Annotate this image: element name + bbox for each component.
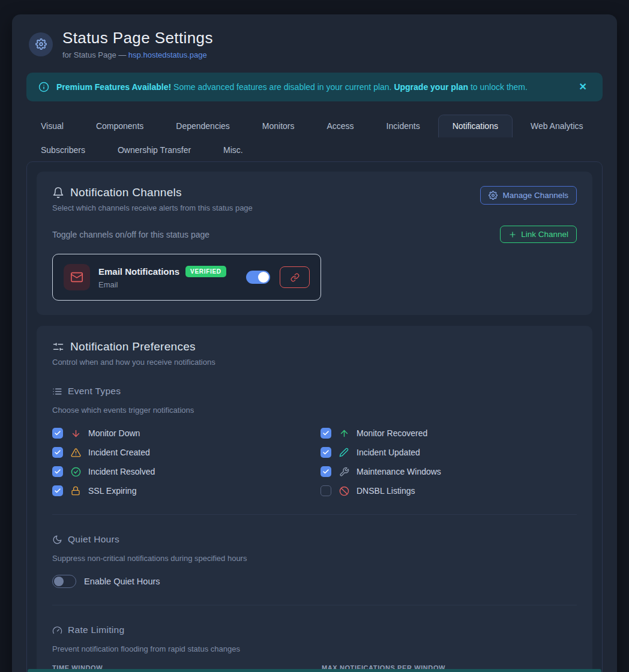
- status-page-link[interactable]: hsp.hostedstatus.page: [128, 50, 207, 59]
- page-title: Status Page Settings: [62, 29, 213, 47]
- event-types-subtitle: Choose which events trigger notification…: [52, 406, 577, 415]
- banner-lead: Premium Features Available!: [56, 82, 171, 92]
- event-checkbox[interactable]: [321, 428, 331, 439]
- event-checkbox[interactable]: [321, 485, 331, 496]
- unlink-channel-button[interactable]: [280, 266, 310, 288]
- status-page-settings-screen: Status Page Settings for Status Page — h…: [0, 0, 629, 672]
- rate-limiting-subtitle: Prevent notification flooding from rapid…: [52, 644, 577, 653]
- ban-icon: [339, 486, 349, 496]
- arrow-up-icon: [339, 428, 349, 439]
- manage-channels-label: Manage Channels: [502, 191, 568, 200]
- tab-notifications[interactable]: Notifications: [438, 115, 513, 137]
- event-type-row[interactable]: Incident Resolved: [52, 465, 308, 478]
- gear-icon: [29, 32, 53, 56]
- preferences-subtitle: Control when and how you receive notific…: [52, 358, 577, 367]
- event-types-title: Event Types: [68, 386, 121, 397]
- below-fold-element: [28, 669, 601, 672]
- event-type-label: Maintenance Windows: [357, 467, 441, 476]
- quiet-hours-toggle-label: Enable Quiet Hours: [84, 577, 160, 586]
- channels-subtitle: Select which channels receive alerts fro…: [52, 203, 253, 212]
- event-type-row[interactable]: Monitor Recovered: [321, 427, 577, 440]
- preferences-title: Notification Preferences: [70, 340, 196, 353]
- tab-ownership-transfer[interactable]: Ownership Transfer: [103, 139, 205, 161]
- bell-icon: [52, 187, 64, 199]
- alert-triangle-icon: [70, 448, 81, 458]
- event-type-row[interactable]: Incident Updated: [321, 446, 577, 459]
- email-channel-card: Email Notifications VERIFIED Email: [52, 254, 321, 301]
- event-type-label: SSL Expiring: [88, 486, 136, 496]
- arrow-down-icon: [70, 428, 81, 439]
- event-checkbox[interactable]: [52, 466, 63, 477]
- pencil-icon: [339, 448, 349, 457]
- event-type-row[interactable]: Monitor Down: [52, 427, 308, 440]
- event-type-label: Incident Resolved: [88, 467, 155, 476]
- info-icon: [38, 82, 49, 92]
- page-subtitle: for Status Page — hsp.hostedstatus.page: [62, 50, 213, 59]
- subtitle-prefix: for Status Page —: [62, 50, 128, 59]
- event-checkbox[interactable]: [321, 447, 331, 458]
- quiet-hours-title: Quiet Hours: [68, 534, 119, 545]
- tab-access[interactable]: Access: [312, 115, 368, 137]
- toggle-hint-text: Toggle channels on/off for this status p…: [52, 230, 209, 239]
- settings-container: Status Page Settings for Status Page — h…: [12, 14, 617, 672]
- premium-banner: Premium Features Available! Some advance…: [26, 73, 603, 101]
- channels-title: Notification Channels: [70, 186, 182, 199]
- tab-misc[interactable]: Misc.: [209, 139, 257, 161]
- check-circle-icon: [70, 467, 81, 477]
- rate-limiting-title: Rate Limiting: [68, 625, 124, 635]
- notifications-panel: Notification Channels Select which chann…: [26, 161, 603, 672]
- banner-text: Premium Features Available! Some advance…: [56, 82, 568, 92]
- divider: [52, 514, 577, 515]
- event-type-label: Incident Created: [88, 448, 150, 457]
- link-channel-button[interactable]: Link Channel: [500, 226, 577, 243]
- channels-heading-block: Notification Channels Select which chann…: [52, 186, 253, 212]
- event-type-label: Monitor Down: [88, 428, 140, 438]
- settings-tabs: VisualComponentsDependenciesMonitorsAcce…: [26, 115, 603, 161]
- event-types-grid: Monitor DownMonitor RecoveredIncident Cr…: [52, 427, 577, 497]
- notification-channels-section: Notification Channels Select which chann…: [37, 172, 592, 315]
- tab-web-analytics[interactable]: Web Analytics: [516, 115, 598, 137]
- plus-icon: [508, 230, 517, 239]
- link-channel-label: Link Channel: [521, 230, 568, 239]
- mail-icon: [64, 264, 90, 290]
- tab-subscribers[interactable]: Subscribers: [26, 139, 100, 161]
- manage-channels-button[interactable]: Manage Channels: [480, 186, 577, 205]
- sliders-icon: [52, 341, 64, 353]
- channel-name: Email Notifications: [98, 266, 179, 277]
- event-type-row[interactable]: Incident Created: [52, 446, 308, 459]
- banner-mid: Some advanced features are disabled in y…: [171, 82, 394, 92]
- header-text: Status Page Settings for Status Page — h…: [62, 29, 213, 59]
- event-type-row[interactable]: DNSBL Listings: [321, 484, 577, 497]
- upgrade-plan-link[interactable]: Upgrade your plan: [394, 82, 468, 92]
- event-type-row[interactable]: SSL Expiring: [52, 484, 308, 497]
- tab-dependencies[interactable]: Dependencies: [161, 115, 244, 137]
- event-type-row[interactable]: Maintenance Windows: [321, 465, 577, 478]
- quiet-hours-subtitle: Suppress non-critical notifications duri…: [52, 554, 577, 563]
- event-type-label: Monitor Recovered: [357, 428, 427, 438]
- page-header: Status Page Settings for Status Page — h…: [26, 29, 603, 59]
- tools-icon: [339, 467, 349, 477]
- tab-monitors[interactable]: Monitors: [248, 115, 309, 137]
- close-icon[interactable]: ✕: [576, 80, 591, 94]
- event-checkbox[interactable]: [52, 447, 63, 458]
- event-checkbox[interactable]: [52, 485, 63, 496]
- email-channel-toggle[interactable]: [246, 271, 270, 284]
- event-checkbox[interactable]: [52, 428, 63, 439]
- list-icon: [52, 386, 62, 397]
- channel-info: Email Notifications VERIFIED Email: [98, 266, 226, 289]
- notification-preferences-section: Notification Preferences Control when an…: [37, 326, 592, 672]
- tab-visual[interactable]: Visual: [26, 115, 78, 137]
- tab-components[interactable]: Components: [82, 115, 158, 137]
- banner-tail: to unlock them.: [468, 82, 528, 92]
- moon-icon: [52, 535, 62, 545]
- event-checkbox[interactable]: [321, 466, 331, 477]
- quiet-hours-toggle[interactable]: [52, 575, 76, 588]
- gear-icon: [489, 191, 498, 200]
- event-type-label: DNSBL Listings: [357, 486, 415, 496]
- tab-incidents[interactable]: Incidents: [372, 115, 435, 137]
- divider: [52, 605, 577, 605]
- lock-icon: [70, 486, 81, 496]
- event-type-label: Incident Updated: [357, 448, 420, 457]
- link-icon: [290, 273, 299, 282]
- channel-type: Email: [98, 280, 226, 289]
